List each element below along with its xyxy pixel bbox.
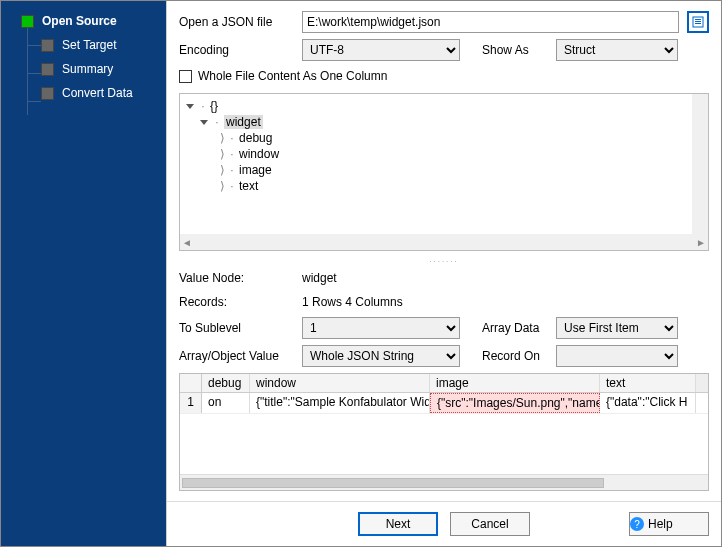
svg-rect-1	[695, 19, 701, 20]
help-icon: ?	[630, 517, 644, 531]
encoding-select[interactable]: UTF-8	[302, 39, 460, 61]
splitter-handle[interactable]: ·······	[179, 257, 709, 263]
sublevel-label: To Sublevel	[179, 321, 294, 335]
col-header-debug[interactable]: debug	[202, 374, 250, 392]
tree-node-widget[interactable]: · widget	[186, 114, 702, 130]
tree-node-image[interactable]: ⟩ · image	[186, 162, 702, 178]
leaf-icon: ⟩	[220, 131, 225, 145]
table-header-row: debug window image text	[180, 374, 708, 393]
leaf-icon: ⟩	[220, 179, 225, 193]
encoding-label: Encoding	[179, 43, 294, 57]
tree-node-text[interactable]: ⟩ · text	[186, 178, 702, 194]
showas-select[interactable]: Struct	[556, 39, 678, 61]
step-status-icon	[21, 15, 34, 28]
sublevel-select[interactable]: 1	[302, 317, 460, 339]
cell-text[interactable]: {"data":"Click H	[600, 393, 696, 413]
tree-node-label: image	[239, 163, 272, 177]
tree-node-label: text	[239, 179, 258, 193]
scroll-left-icon[interactable]: ◄	[182, 237, 192, 248]
row-number: 1	[180, 393, 202, 413]
records-label: Records:	[179, 295, 294, 309]
table-row[interactable]: 1 on {"title":"Sample Konfabulator Widge…	[180, 393, 708, 414]
tree-node-label: window	[239, 147, 279, 161]
svg-rect-2	[695, 21, 701, 22]
tree-root-label: {}	[210, 99, 218, 113]
recordon-label: Record On	[468, 349, 548, 363]
next-button[interactable]: Next	[358, 512, 438, 536]
step-label: Convert Data	[62, 86, 133, 100]
json-tree[interactable]: · {} · widget ⟩ · debug ⟩ · window	[179, 93, 709, 251]
tree-node-window[interactable]: ⟩ · window	[186, 146, 702, 162]
cell-debug[interactable]: on	[202, 393, 250, 413]
arraydata-label: Array Data	[468, 321, 548, 335]
col-header-text[interactable]: text	[600, 374, 696, 392]
col-header-window[interactable]: window	[250, 374, 430, 392]
col-header-image[interactable]: image	[430, 374, 600, 392]
cell-image[interactable]: {"src":"Images/Sun.png","name":	[430, 393, 600, 413]
browse-icon	[692, 16, 704, 28]
whole-file-checkbox[interactable]	[179, 70, 192, 83]
step-set-target[interactable]: Set Target	[1, 33, 166, 57]
step-status-icon	[41, 39, 54, 52]
cancel-button[interactable]: Cancel	[450, 512, 530, 536]
tree-hscrollbar[interactable]: ◄ ►	[180, 234, 708, 250]
tree-node-label: widget	[224, 115, 263, 129]
step-status-icon	[41, 87, 54, 100]
tree-node-label: debug	[239, 131, 272, 145]
browse-button[interactable]	[687, 11, 709, 33]
whole-file-label: Whole File Content As One Column	[198, 69, 387, 83]
value-node-value: widget	[302, 271, 337, 285]
expand-icon[interactable]	[200, 120, 208, 125]
svg-rect-3	[695, 23, 701, 24]
open-file-label: Open a JSON file	[179, 15, 294, 29]
value-node-label: Value Node:	[179, 271, 294, 285]
step-label: Open Source	[42, 14, 117, 28]
arraydata-select[interactable]: Use First Item	[556, 317, 678, 339]
file-path-input[interactable]	[302, 11, 679, 33]
arrobj-select[interactable]: Whole JSON String	[302, 345, 460, 367]
table-hscrollbar[interactable]	[180, 474, 708, 490]
wizard-footer: Next Cancel ? Help	[167, 501, 721, 546]
step-convert-data[interactable]: Convert Data	[1, 81, 166, 105]
preview-table: debug window image text 1 on {"title":"S…	[179, 373, 709, 491]
leaf-icon: ⟩	[220, 147, 225, 161]
help-label: Help	[648, 517, 673, 531]
arrobj-label: Array/Object Value	[179, 349, 294, 363]
step-label: Set Target	[62, 38, 116, 52]
step-open-source[interactable]: Open Source	[1, 9, 166, 33]
expand-icon[interactable]	[186, 104, 194, 109]
tree-node-debug[interactable]: ⟩ · debug	[186, 130, 702, 146]
rownum-header	[180, 374, 202, 392]
wizard-sidebar: Open Source Set Target Summary Convert D…	[1, 1, 166, 546]
step-status-icon	[41, 63, 54, 76]
step-summary[interactable]: Summary	[1, 57, 166, 81]
recordon-select[interactable]	[556, 345, 678, 367]
scroll-thumb[interactable]	[182, 478, 604, 488]
records-value: 1 Rows 4 Columns	[302, 295, 403, 309]
tree-vscrollbar[interactable]	[692, 94, 708, 234]
cell-window[interactable]: {"title":"Sample Konfabulator Widget"	[250, 393, 430, 413]
step-label: Summary	[62, 62, 113, 76]
help-button[interactable]: ? Help	[629, 512, 709, 536]
leaf-icon: ⟩	[220, 163, 225, 177]
scroll-right-icon[interactable]: ►	[696, 237, 706, 248]
showas-label: Show As	[468, 43, 548, 57]
tree-root[interactable]: · {}	[186, 98, 702, 114]
